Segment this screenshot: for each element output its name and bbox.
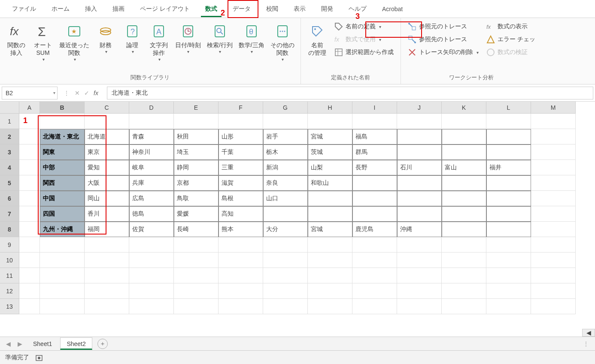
cell-C11[interactable] <box>85 268 129 283</box>
col-header-B[interactable]: B <box>40 102 85 114</box>
cell-K5[interactable] <box>442 175 486 191</box>
cell-D3[interactable]: 神奈川 <box>129 144 174 160</box>
cell-H6[interactable] <box>308 191 352 206</box>
cell-G7[interactable] <box>263 206 308 222</box>
cell-B1[interactable] <box>40 114 85 129</box>
cell-L10[interactable] <box>486 253 531 268</box>
cell-B7[interactable]: 四国 <box>40 206 85 222</box>
row-header-1[interactable]: 1 <box>0 114 19 129</box>
cell-L13[interactable] <box>486 299 531 314</box>
row-header-11[interactable]: 11 <box>0 268 19 283</box>
cell-I6[interactable] <box>352 191 397 206</box>
cell-A4[interactable] <box>19 160 40 175</box>
tab-data[interactable]: データ <box>225 1 258 17</box>
cell-M7[interactable] <box>531 206 576 222</box>
cell-J8[interactable]: 沖縄 <box>397 222 442 237</box>
tab-home[interactable]: ホーム <box>44 1 77 17</box>
more-functions-button[interactable]: その他の 関数▾ <box>269 21 296 64</box>
cell-D8[interactable]: 佐賀 <box>129 222 174 237</box>
cell-K3[interactable] <box>442 144 486 160</box>
create-from-selection-button[interactable]: 選択範囲から作成 <box>332 46 396 58</box>
confirm-edit-icon[interactable]: ✓ <box>84 90 89 96</box>
cells-area[interactable]: 北海道・東北北海道青森秋田山形岩手宮城福島関東東京神奈川埼玉千葉栃木茨城群馬中部… <box>19 114 595 314</box>
cell-K12[interactable] <box>442 283 486 299</box>
cell-F1[interactable] <box>219 114 263 129</box>
cell-A12[interactable] <box>19 283 40 299</box>
macro-record-icon[interactable] <box>35 354 43 361</box>
cell-B12[interactable] <box>40 283 85 299</box>
cell-A10[interactable] <box>19 253 40 268</box>
menu-dots-icon[interactable]: ⋮ <box>64 90 70 96</box>
col-header-H[interactable]: H <box>308 102 352 114</box>
cell-I8[interactable]: 鹿児島 <box>352 222 397 237</box>
cell-M2[interactable] <box>531 129 576 144</box>
cell-F10[interactable] <box>219 253 263 268</box>
cell-H5[interactable]: 和歌山 <box>308 175 352 191</box>
cell-J10[interactable] <box>397 253 442 268</box>
col-header-F[interactable]: F <box>219 102 263 114</box>
cell-L8[interactable] <box>486 222 531 237</box>
cell-D4[interactable]: 岐阜 <box>129 160 174 175</box>
col-header-K[interactable]: K <box>442 102 486 114</box>
cell-L2[interactable] <box>486 129 531 144</box>
cell-I13[interactable] <box>352 299 397 314</box>
worksheet-grid[interactable]: ABCDEFGHIJKLM 12345678910111213 北海道・東北北海… <box>0 102 595 329</box>
row-header-6[interactable]: 6 <box>0 191 19 206</box>
cell-L9[interactable] <box>486 237 531 253</box>
cell-B8[interactable]: 九州・沖縄 <box>40 222 85 237</box>
cell-J6[interactable] <box>397 191 442 206</box>
cell-I9[interactable] <box>352 237 397 253</box>
cell-I12[interactable] <box>352 283 397 299</box>
cancel-edit-icon[interactable]: ✕ <box>75 90 80 96</box>
cell-B4[interactable]: 中部 <box>40 160 85 175</box>
sheet-tab-2[interactable]: Sheet2 <box>60 337 92 350</box>
cell-I7[interactable] <box>352 206 397 222</box>
show-formulas-button[interactable]: fx 数式の表示 <box>484 21 538 33</box>
sheet-tab-1[interactable]: Sheet1 <box>27 337 58 350</box>
financial-button[interactable]: 財務▾ <box>94 21 118 56</box>
cell-H1[interactable] <box>308 114 352 129</box>
cell-G9[interactable] <box>263 237 308 253</box>
cell-F3[interactable]: 千葉 <box>219 144 263 160</box>
cell-M6[interactable] <box>531 191 576 206</box>
formula-input[interactable]: 北海道・東北 <box>107 87 593 99</box>
cell-C13[interactable] <box>85 299 129 314</box>
cell-G4[interactable]: 新潟 <box>263 160 308 175</box>
cell-D1[interactable] <box>129 114 174 129</box>
cell-C2[interactable]: 北海道 <box>85 129 129 144</box>
row-header-7[interactable]: 7 <box>0 206 19 222</box>
cell-A6[interactable] <box>19 191 40 206</box>
add-sheet-button[interactable]: ＋ <box>97 339 108 349</box>
row-header-10[interactable]: 10 <box>0 253 19 268</box>
cell-L4[interactable]: 福井 <box>486 160 531 175</box>
cell-H2[interactable]: 宮城 <box>308 129 352 144</box>
cell-E3[interactable]: 埼玉 <box>174 144 219 160</box>
cell-A1[interactable] <box>19 114 40 129</box>
cell-D7[interactable]: 徳島 <box>129 206 174 222</box>
tab-file[interactable]: ファイル <box>4 1 44 17</box>
cell-C9[interactable] <box>85 237 129 253</box>
cell-B10[interactable] <box>40 253 85 268</box>
sheet-nav-prev[interactable]: ◀ <box>3 340 13 347</box>
cell-F12[interactable] <box>219 283 263 299</box>
cell-E1[interactable] <box>174 114 219 129</box>
cell-A9[interactable] <box>19 237 40 253</box>
cell-L12[interactable] <box>486 283 531 299</box>
cell-F5[interactable]: 滋賀 <box>219 175 263 191</box>
cell-J3[interactable] <box>397 144 442 160</box>
tab-pagelayout[interactable]: ページ レイアウト <box>132 1 197 17</box>
cell-G12[interactable] <box>263 283 308 299</box>
cell-G10[interactable] <box>263 253 308 268</box>
tab-insert[interactable]: 挿入 <box>77 1 105 17</box>
cell-L1[interactable] <box>486 114 531 129</box>
tab-acrobat[interactable]: Acrobat <box>374 1 410 17</box>
cell-H4[interactable]: 山梨 <box>308 160 352 175</box>
remove-arrows-button[interactable]: トレース矢印の削除▾ <box>405 46 481 58</box>
cell-F8[interactable]: 熊本 <box>219 222 263 237</box>
cell-H3[interactable]: 茨城 <box>308 144 352 160</box>
cell-G8[interactable]: 大分 <box>263 222 308 237</box>
cell-K11[interactable] <box>442 268 486 283</box>
cell-A2[interactable] <box>19 129 40 144</box>
tab-view[interactable]: 表示 <box>286 1 313 17</box>
cell-A8[interactable] <box>19 222 40 237</box>
